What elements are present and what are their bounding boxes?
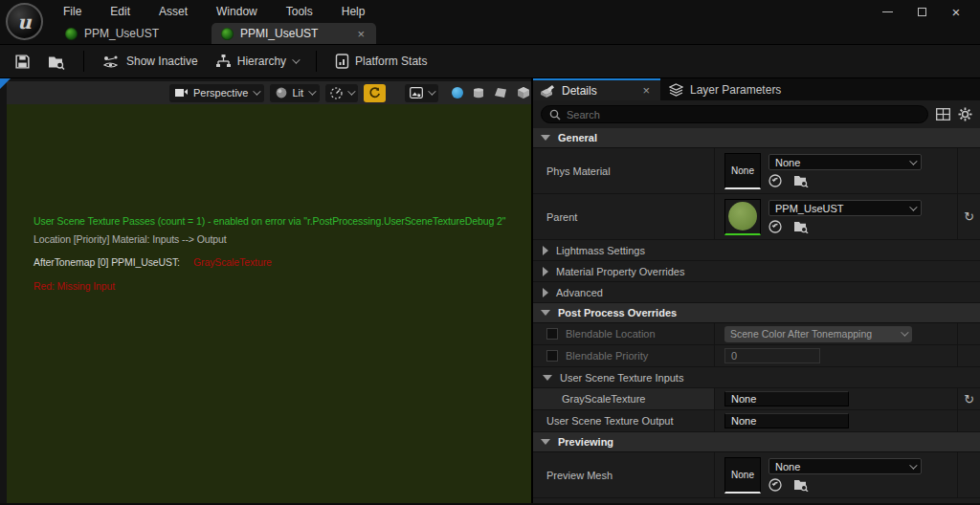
display-filter-icon[interactable] bbox=[936, 108, 950, 121]
view-options-dropdown[interactable] bbox=[325, 84, 358, 102]
menu-edit[interactable]: Edit bbox=[100, 1, 141, 22]
preview-custom-mesh-button[interactable] bbox=[539, 87, 554, 99]
chevron-down-icon bbox=[292, 55, 300, 63]
parent-thumbnail[interactable] bbox=[724, 199, 761, 235]
window-controls: × bbox=[875, 3, 980, 20]
blendable-location-checkbox[interactable] bbox=[546, 328, 558, 340]
tab-ppmi-useust[interactable]: PPMI_UseUST × bbox=[212, 23, 376, 44]
menu-file[interactable]: File bbox=[53, 1, 92, 22]
preview-shape-buttons bbox=[452, 86, 554, 99]
grayscale-texture-input[interactable]: None bbox=[724, 391, 849, 406]
use-selected-asset-icon[interactable] bbox=[768, 220, 782, 233]
layers-icon bbox=[669, 83, 683, 97]
details-tab-label: Details bbox=[562, 84, 597, 98]
preview-sphere-button[interactable] bbox=[452, 87, 463, 99]
close-button[interactable]: × bbox=[944, 3, 969, 20]
row-lightmass-settings[interactable]: Lightmass Settings bbox=[533, 240, 980, 261]
phys-material-dropdown[interactable]: None bbox=[768, 154, 922, 170]
row-blendable-location: Blendable Location Scene Color After Ton… bbox=[533, 323, 980, 345]
preview-cylinder-button[interactable] bbox=[472, 87, 485, 99]
perspective-dropdown[interactable]: Perspective bbox=[169, 84, 264, 102]
blendable-priority-input[interactable]: 0 bbox=[724, 348, 820, 363]
parent-dropdown[interactable]: PPM_UseUST bbox=[768, 200, 922, 216]
asset-toolbar: Show Inactive Hierarchy Platform Stats bbox=[0, 44, 980, 78]
tab-layer-parameters[interactable]: Layer Parameters bbox=[660, 78, 790, 100]
ust-output-input[interactable]: None bbox=[724, 413, 849, 428]
chevron-down-icon bbox=[254, 87, 261, 95]
details-property-rows: General Phys Material None None bbox=[533, 128, 980, 503]
row-advanced[interactable]: Advanced bbox=[533, 282, 980, 303]
preview-mesh-thumbnail[interactable]: None bbox=[724, 457, 761, 494]
preview-mesh-dropdown[interactable]: None bbox=[768, 458, 922, 474]
save-button[interactable] bbox=[8, 49, 37, 75]
debug-text-passes: User Scene Texture Passes (count = 1) - … bbox=[33, 215, 505, 227]
use-selected-asset-icon[interactable] bbox=[768, 478, 782, 492]
menu-asset[interactable]: Asset bbox=[148, 1, 198, 22]
viewport-focus-corner bbox=[0, 78, 11, 89]
row-material-property-overrides[interactable]: Material Property Overrides bbox=[533, 261, 980, 282]
chevron-down-icon bbox=[909, 157, 917, 165]
row-preview-mesh: Preview Mesh None None bbox=[533, 452, 980, 498]
hierarchy-button[interactable]: Hierarchy bbox=[209, 50, 304, 74]
browse-asset-icon[interactable] bbox=[793, 220, 809, 233]
collapse-arrow-icon bbox=[541, 135, 550, 141]
show-inactive-button[interactable]: Show Inactive bbox=[96, 50, 205, 74]
blendable-priority-label: Blendable Priority bbox=[566, 350, 648, 362]
menu-help[interactable]: Help bbox=[331, 1, 376, 22]
screenshot-icon bbox=[410, 87, 423, 99]
tab-close-icon[interactable]: × bbox=[355, 28, 367, 40]
lit-label: Lit bbox=[292, 87, 303, 99]
minimize-button[interactable] bbox=[875, 3, 900, 20]
debug-text-missing-texture: GrayScaleTexture bbox=[193, 256, 272, 268]
preview-viewport[interactable]: Perspective Lit bbox=[0, 78, 533, 503]
search-icon bbox=[549, 109, 561, 121]
maximize-icon bbox=[918, 8, 926, 16]
toolbar-separator bbox=[83, 51, 84, 72]
settings-gear-icon[interactable] bbox=[958, 107, 972, 121]
viewport-canvas[interactable]: User Scene Texture Passes (count = 1) - … bbox=[7, 104, 531, 503]
screenshot-dropdown[interactable] bbox=[405, 84, 438, 102]
use-selected-asset-icon[interactable] bbox=[768, 174, 782, 187]
realtime-cycle-icon bbox=[368, 87, 381, 99]
section-previewing[interactable]: Previewing bbox=[533, 432, 980, 452]
parent-material-sphere bbox=[728, 202, 757, 231]
chevron-down-icon bbox=[308, 87, 316, 95]
lit-mode-dropdown[interactable]: Lit bbox=[270, 84, 320, 102]
row-user-scene-texture-inputs[interactable]: User Scene Texture Inputs bbox=[533, 367, 980, 388]
details-empty-space bbox=[533, 498, 980, 503]
section-post-process-overrides[interactable]: Post Process Overrides bbox=[533, 303, 980, 323]
phys-material-thumbnail[interactable]: None bbox=[724, 153, 761, 189]
maximize-button[interactable] bbox=[909, 3, 934, 20]
browse-to-asset-button[interactable] bbox=[41, 49, 72, 75]
blendable-priority-checkbox[interactable] bbox=[546, 350, 558, 362]
realtime-toggle-button[interactable] bbox=[364, 84, 386, 102]
row-user-scene-texture-output: User Scene Texture Output None bbox=[533, 410, 980, 432]
toolbar-separator bbox=[316, 51, 317, 72]
expand-arrow-icon bbox=[543, 288, 548, 297]
browse-asset-icon[interactable] bbox=[793, 174, 809, 187]
ust-output-label: User Scene Texture Output bbox=[546, 415, 673, 427]
unreal-logo: u bbox=[6, 3, 43, 40]
section-general[interactable]: General bbox=[533, 128, 980, 148]
hierarchy-icon bbox=[215, 55, 232, 69]
reset-to-default-icon[interactable]: ↺ bbox=[964, 210, 974, 223]
tab-label: PPM_UseUST bbox=[84, 27, 159, 40]
browse-asset-icon[interactable] bbox=[793, 478, 809, 492]
platform-stats-label: Platform Stats bbox=[355, 55, 427, 68]
details-tab-close-icon[interactable]: × bbox=[640, 84, 652, 97]
preview-cube-button[interactable] bbox=[517, 86, 530, 99]
preview-plane-button[interactable] bbox=[494, 87, 508, 99]
blendable-location-dropdown[interactable]: Scene Color After Tonemapping bbox=[724, 326, 912, 342]
menu-window[interactable]: Window bbox=[206, 1, 268, 22]
tab-ppm-useust[interactable]: PPM_UseUST bbox=[56, 23, 168, 44]
search-box[interactable] bbox=[541, 105, 928, 123]
row-blendable-priority: Blendable Priority 0 bbox=[533, 345, 980, 367]
platform-stats-button[interactable]: Platform Stats bbox=[328, 49, 434, 74]
details-search-row bbox=[533, 100, 980, 128]
reset-to-default-icon[interactable]: ↺ bbox=[964, 393, 974, 406]
menu-tools[interactable]: Tools bbox=[276, 1, 323, 22]
debug-text-legend: Red: Missing Input bbox=[33, 280, 115, 292]
document-tab-bar: PPM_UseUST PPMI_UseUST × bbox=[0, 23, 980, 44]
search-input[interactable] bbox=[567, 109, 920, 121]
chevron-down-icon bbox=[909, 461, 917, 469]
